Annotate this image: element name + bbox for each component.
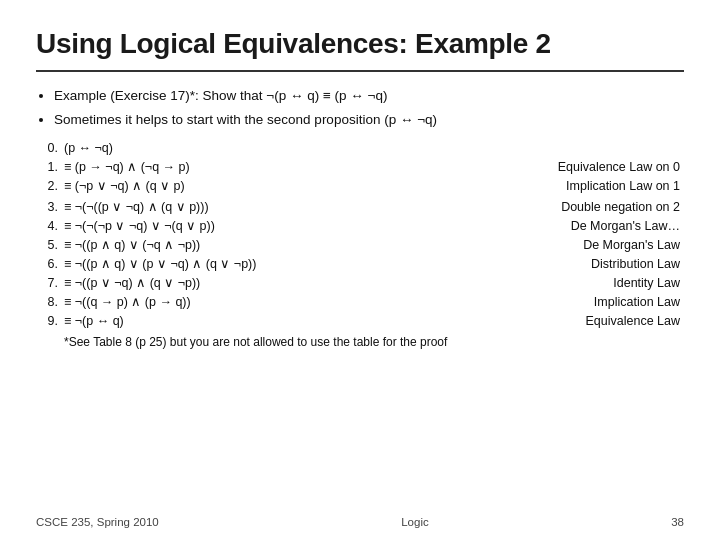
step-formula-9: ≡ ¬((q → p) ∧ (p → q)) — [64, 293, 454, 312]
step-reason-4: Double negation on 2 — [454, 198, 684, 217]
proof-row-9: 8.≡ ¬((q → p) ∧ (p → q))Implication Law — [36, 293, 684, 312]
step-reason-1: Equivalence Law on 0 — [454, 158, 684, 177]
step-formula-6: ≡ ¬((p ∧ q) ∨ (¬q ∧ ¬p)) — [64, 236, 454, 255]
footer: CSCE 235, Spring 2010 Logic 38 — [36, 516, 684, 528]
proof-row-8: 7.≡ ¬((p ∨ ¬q) ∧ (q ∨ ¬p))Identity Law — [36, 274, 684, 293]
footer-right: 38 — [671, 516, 684, 528]
page-title: Using Logical Equivalences: Example 2 — [36, 28, 684, 60]
step-number-10: 9. — [36, 312, 64, 331]
title-divider — [36, 70, 684, 72]
step-number-2: 2. — [36, 177, 64, 196]
step-reason-8: Identity Law — [454, 274, 684, 293]
step-number-4: 3. — [36, 198, 64, 217]
proof-row-2: 2.≡ (¬p ∨ ¬q) ∧ (q ∨ p)Implication Law o… — [36, 177, 684, 196]
bullet-1: Example (Exercise 17)*: Show that ¬(p ↔ … — [54, 86, 684, 107]
step-number-7: 6. — [36, 255, 64, 274]
proof-row-6: 5.≡ ¬((p ∧ q) ∨ (¬q ∧ ¬p))De Morgan's La… — [36, 236, 684, 255]
proof-table: 0.(p ↔ ¬q)1.≡ (p → ¬q) ∧ (¬q → p)Equival… — [36, 139, 684, 331]
footer-center: Logic — [401, 516, 429, 528]
step-formula-0: (p ↔ ¬q) — [64, 139, 454, 158]
bullet-list: Example (Exercise 17)*: Show that ¬(p ↔ … — [36, 86, 684, 131]
step-number-8: 7. — [36, 274, 64, 293]
proof-note: *See Table 8 (p 25) but you are not allo… — [64, 335, 684, 349]
proof-row-7: 6.≡ ¬((p ∧ q) ∨ (p ∨ ¬q) ∧ (q ∨ ¬p))Dist… — [36, 255, 684, 274]
step-number-5: 4. — [36, 217, 64, 236]
step-reason-7: Distribution Law — [454, 255, 684, 274]
proof-row-5: 4.≡ ¬(¬(¬p ∨ ¬q) ∨ ¬(q ∨ p))De Morgan's … — [36, 217, 684, 236]
step-reason-2: Implication Law on 1 — [454, 177, 684, 196]
step-number-6: 5. — [36, 236, 64, 255]
proof-row-10: 9.≡ ¬(p ↔ q)Equivalence Law — [36, 312, 684, 331]
slide: Using Logical Equivalences: Example 2 Ex… — [0, 0, 720, 540]
step-formula-7: ≡ ¬((p ∧ q) ∨ (p ∨ ¬q) ∧ (q ∨ ¬p)) — [64, 255, 454, 274]
step-formula-10: ≡ ¬(p ↔ q) — [64, 312, 454, 331]
step-reason-6: De Morgan's Law — [454, 236, 684, 255]
proof-row-4: 3.≡ ¬(¬((p ∨ ¬q) ∧ (q ∨ p)))Double negat… — [36, 198, 684, 217]
proof-row-1: 1.≡ (p → ¬q) ∧ (¬q → p)Equivalence Law o… — [36, 158, 684, 177]
step-formula-8: ≡ ¬((p ∨ ¬q) ∧ (q ∨ ¬p)) — [64, 274, 454, 293]
footer-left: CSCE 235, Spring 2010 — [36, 516, 159, 528]
step-formula-5: ≡ ¬(¬(¬p ∨ ¬q) ∨ ¬(q ∨ p)) — [64, 217, 454, 236]
proof-row-0: 0.(p ↔ ¬q) — [36, 139, 684, 158]
step-formula-1: ≡ (p → ¬q) ∧ (¬q → p) — [64, 158, 454, 177]
step-number-0: 0. — [36, 139, 64, 158]
step-number-9: 8. — [36, 293, 64, 312]
step-reason-10: Equivalence Law — [454, 312, 684, 331]
step-reason-9: Implication Law — [454, 293, 684, 312]
step-formula-4: ≡ ¬(¬((p ∨ ¬q) ∧ (q ∨ p))) — [64, 198, 454, 217]
step-number-1: 1. — [36, 158, 64, 177]
step-reason-5: De Morgan's Law… — [454, 217, 684, 236]
bullet-2: Sometimes it helps to start with the sec… — [54, 110, 684, 131]
step-formula-2: ≡ (¬p ∨ ¬q) ∧ (q ∨ p) — [64, 177, 454, 196]
